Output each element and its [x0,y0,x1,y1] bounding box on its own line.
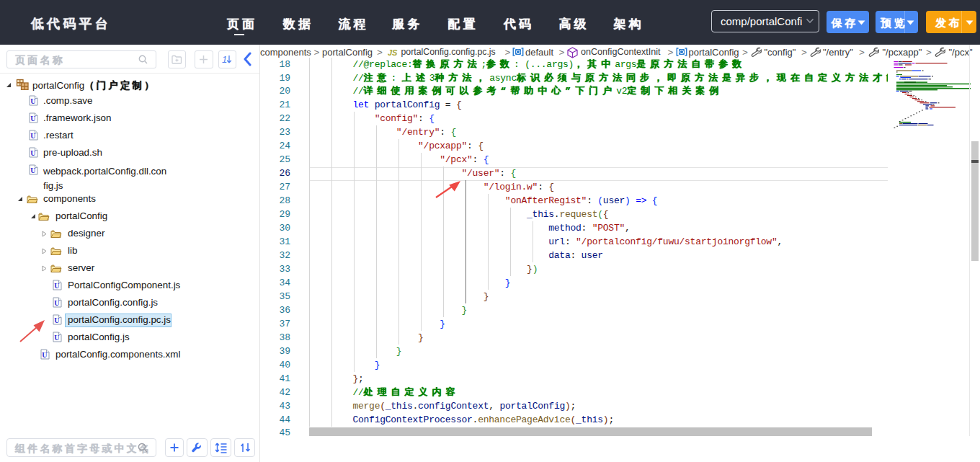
svg-text:U: U [54,299,59,307]
svg-text:U: U [54,334,59,342]
svg-text:U: U [54,282,59,290]
svg-text:U: U [30,132,35,140]
svg-text:U: U [54,316,59,324]
svg-text:U: U [30,97,35,105]
svg-text:U: U [30,149,35,157]
svg-text:U: U [30,166,35,174]
svg-text:U: U [42,351,47,359]
svg-text:U: U [30,115,35,123]
